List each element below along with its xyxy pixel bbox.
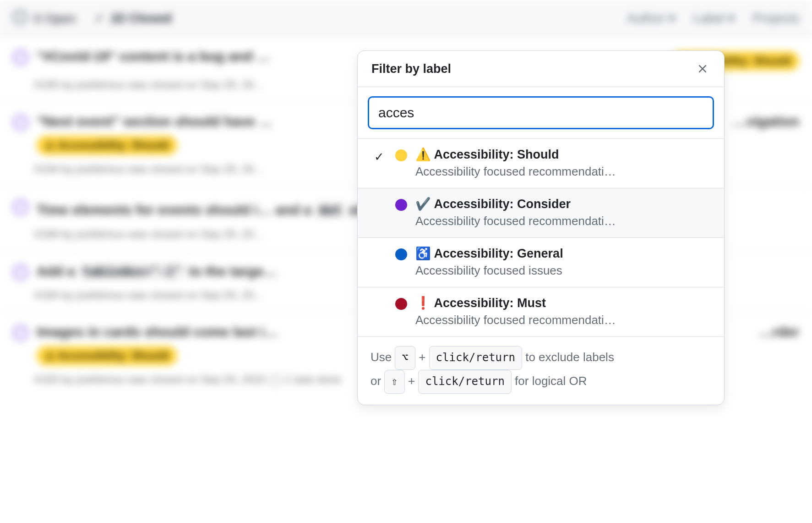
label-name: ✔️ Accessibility: Consider	[415, 197, 710, 211]
popover-title: Filter by label	[371, 62, 451, 76]
label-pill[interactable]: ⚠ Accessibility: Should	[37, 346, 177, 365]
label-pill[interactable]: ⚠ Accessibility: Should	[37, 136, 177, 155]
issue-closed-icon	[13, 264, 28, 280]
issue-closed-icon	[13, 325, 28, 341]
label-description: Accessibility focused issues	[415, 264, 710, 278]
key-shift: ⇧	[384, 370, 404, 394]
key-click-return-2: click/return	[418, 370, 511, 394]
label-option[interactable]: ♿ Accessibility: GeneralAccessibility fo…	[358, 238, 724, 287]
color-swatch	[395, 248, 407, 260]
label-option[interactable]: ✓⚠️ Accessibility: ShouldAccessibility f…	[358, 139, 724, 188]
open-count: 0 Open	[34, 11, 76, 26]
open-tab[interactable]: 0 Open	[13, 8, 76, 28]
issue-closed-icon	[13, 50, 28, 65]
check-icon: ✓	[94, 11, 105, 25]
label-search-input[interactable]	[368, 96, 714, 129]
selected-check-placeholder	[371, 246, 387, 249]
key-option: ⌥	[395, 346, 415, 370]
key-click-return: click/return	[429, 346, 522, 370]
color-swatch	[395, 199, 407, 211]
label-description: Accessibility focused recommendati…	[415, 165, 710, 179]
issue-title[interactable]: Add a tabindex="-1" to the targe…	[37, 264, 277, 279]
issue-title[interactable]: "#Covid-19" content is a bug and …	[37, 49, 270, 64]
selected-check-placeholder	[371, 296, 387, 298]
issue-title[interactable]: Time elements for events should i… and a…	[37, 202, 404, 217]
label-name: ♿ Accessibility: General	[415, 246, 710, 261]
issue-title[interactable]: Images in cards should come last i…	[37, 324, 278, 339]
popover-header: Filter by label	[358, 51, 724, 87]
label-description: Accessibility focused recommendati…	[415, 214, 710, 228]
label-name: ❗ Accessibility: Must	[415, 296, 710, 310]
label-name: ⚠️ Accessibility: Should	[415, 147, 710, 162]
filter-author[interactable]: Author ▾	[627, 9, 675, 27]
label-option-list: ✓⚠️ Accessibility: ShouldAccessibility f…	[358, 138, 724, 337]
closed-count: 22 Closed	[111, 11, 171, 25]
filter-projects[interactable]: Projects	[753, 9, 799, 27]
selected-check-icon: ✓	[371, 147, 387, 164]
color-swatch	[395, 298, 407, 310]
closed-tab[interactable]: ✓ 22 Closed	[94, 9, 172, 27]
close-button[interactable]	[695, 61, 710, 77]
label-description: Accessibility focused recommendati…	[415, 313, 710, 327]
issues-toolbar: 0 Open ✓ 22 Closed Author ▾ Label ▾ Proj…	[0, 0, 812, 36]
label-option[interactable]: ✔️ Accessibility: ConsiderAccessibility …	[358, 188, 724, 238]
filter-by-label-popover: Filter by label ✓⚠️ Accessibility: Shoul…	[357, 50, 725, 405]
close-icon	[698, 64, 708, 74]
issue-open-icon	[13, 10, 27, 24]
selected-check-placeholder	[371, 197, 387, 199]
popover-footer-hint: Use ⌥ + click/return to exclude labels o…	[358, 337, 724, 405]
issue-closed-icon	[13, 115, 28, 130]
filter-label[interactable]: Label ▾	[693, 9, 735, 27]
label-option[interactable]: ❗ Accessibility: MustAccessibility focus…	[358, 287, 724, 337]
issue-closed-icon	[13, 199, 28, 215]
color-swatch	[395, 149, 407, 161]
issue-title[interactable]: "Next event" section should have …	[37, 114, 272, 129]
